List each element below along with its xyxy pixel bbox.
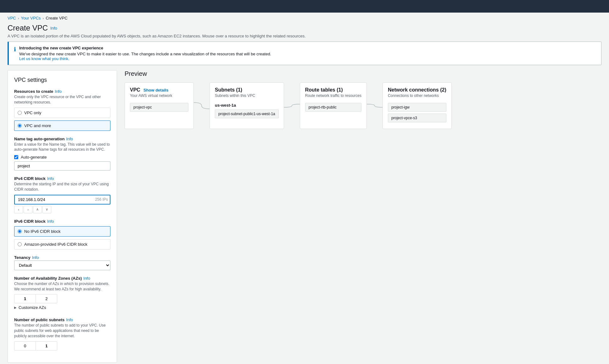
auto-generate-label: Auto-generate — [21, 155, 47, 160]
auto-generate-row: Auto-generate — [14, 155, 110, 160]
resources-desc: Create only the VPC resource or the VPC … — [14, 94, 110, 105]
name-tag-section: Name tag auto-generation Info Enter a va… — [14, 137, 110, 171]
network-card: Network connections (2) Connections to o… — [383, 82, 452, 129]
name-tag-input[interactable] — [14, 161, 110, 171]
info-banner: ℹ Introducing the new create VPC experie… — [8, 42, 601, 65]
ipv4-label: IPv4 CIDR block Info — [14, 176, 110, 181]
settings-panel-title: VPC settings — [14, 77, 110, 83]
name-tag-info-link[interactable]: Info — [66, 137, 73, 141]
breadcrumb-current: Create VPC — [46, 16, 67, 20]
main-layout: VPC settings Resources to create Info Cr… — [0, 70, 609, 364]
az-section-preview: us-west-1a project-subnet-public1-us-wes… — [215, 103, 279, 118]
subnet-btn-1[interactable]: 1 — [36, 342, 57, 350]
subnet-btn-0[interactable]: 0 — [14, 342, 36, 350]
customize-azs-label: Customize AZs — [19, 305, 46, 310]
vpc-card-title: VPC Show details — [130, 87, 188, 93]
breadcrumb-vpc[interactable]: VPC — [8, 16, 16, 20]
name-tag-label: Name tag auto-generation Info — [14, 137, 110, 141]
network-card-subtitle: Connections to other networks — [388, 93, 446, 98]
no-ipv6-label: No IPv6 CIDR block — [24, 229, 61, 234]
cidr-next-btn[interactable]: › — [24, 206, 32, 213]
vpc-only-option[interactable]: VPC only — [14, 108, 110, 118]
public-subnets-section: Number of public subnets Info The number… — [14, 317, 110, 350]
preview-title: Preview — [125, 70, 601, 77]
cidr-badge: 256 IPs — [95, 197, 108, 202]
ipv6-info-link[interactable]: Info — [47, 219, 54, 224]
az-btn-2[interactable]: 2 — [36, 294, 57, 303]
network-card-title: Network connections (2) — [388, 87, 446, 93]
az-desc: Choose the number of AZs in which to pro… — [14, 281, 110, 292]
network-resource-igw: project-igw — [388, 103, 446, 112]
tenancy-select[interactable]: Default — [14, 260, 110, 270]
public-subnets-info-link[interactable]: Info — [66, 317, 73, 322]
breadcrumb: VPC › Your VPCs › Create VPC — [0, 13, 609, 22]
breadcrumb-sep-2: › — [43, 16, 44, 20]
auto-generate-checkbox[interactable] — [14, 155, 18, 159]
tenancy-label: Tenancy Info — [14, 255, 110, 260]
route-card-title: Route tables (1) — [305, 87, 361, 93]
breadcrumb-sep-1: › — [18, 16, 19, 20]
public-subnets-desc: The number of public subnets to add to y… — [14, 323, 110, 339]
preview-diagram: VPC Show details Your AWS virtual networ… — [125, 82, 601, 129]
top-nav — [0, 0, 609, 13]
resources-info-link[interactable]: Info — [55, 89, 62, 94]
cidr-prev-btn[interactable]: ‹ — [14, 206, 23, 213]
amazon-ipv6-radio[interactable] — [18, 242, 22, 246]
no-ipv6-option[interactable]: No IPv6 CIDR block — [14, 226, 110, 237]
info-banner-content: Introducing the new create VPC experienc… — [19, 46, 271, 61]
resources-label: Resources to create Info — [14, 89, 110, 94]
vpc-settings-panel: VPC settings Resources to create Info Cr… — [8, 70, 117, 363]
az-btn-1[interactable]: 1 — [14, 294, 36, 303]
vpc-only-label: VPC only — [24, 110, 41, 115]
ipv4-cidr-section: IPv4 CIDR block Info Determine the start… — [14, 176, 110, 213]
vpc-more-option[interactable]: VPC and more — [14, 120, 110, 131]
banner-desc: We've designed the new create VPC to mak… — [19, 52, 271, 56]
banner-link[interactable]: Let us know what you think. — [19, 56, 70, 61]
vpc-resource-box: project-vpc — [130, 103, 188, 112]
cidr-up-btn[interactable]: ∧ — [33, 206, 42, 213]
az-buttons: 1 2 — [14, 294, 57, 303]
amazon-ipv6-label: Amazon-provided IPv6 CIDR block — [24, 242, 87, 247]
subnets-card-subtitle: Subnets within this VPC — [215, 93, 279, 98]
tenancy-info-link[interactable]: Info — [32, 255, 39, 260]
tenancy-section: Tenancy Info Default — [14, 255, 110, 270]
cidr-input-row: 256 IPs — [14, 195, 110, 204]
az-label: Number of Availability Zones (AZs) Info — [14, 276, 110, 281]
expand-icon: ▶ — [14, 306, 17, 309]
subnet-resource-box: project-subnet-public1-us-west-1a — [215, 109, 279, 118]
vpc-more-radio[interactable] — [18, 124, 22, 128]
info-icon: ℹ — [14, 46, 16, 61]
name-tag-desc: Enter a value for the Name tag. This val… — [14, 142, 110, 153]
resources-to-create-section: Resources to create Info Create only the… — [14, 89, 110, 131]
no-ipv6-radio[interactable] — [18, 229, 22, 233]
subnet-buttons: 0 1 — [14, 341, 57, 350]
ipv4-desc: Determine the starting IP and the size o… — [14, 182, 110, 192]
route-card: Route tables (1) Route network traffic t… — [300, 82, 367, 129]
route-resource-box: project-rtb-public — [305, 103, 361, 112]
subnets-card-title: Subnets (1) — [215, 87, 279, 93]
public-subnets-label: Number of public subnets Info — [14, 317, 110, 322]
az-info-link[interactable]: Info — [83, 276, 90, 281]
page-header: Create VPC Info A VPC is an isolated por… — [0, 22, 609, 42]
subnets-card: Subnets (1) Subnets within this VPC us-w… — [210, 82, 284, 129]
page-subtitle: A VPC is an isolated portion of the AWS … — [8, 34, 601, 38]
ipv4-info-link[interactable]: Info — [47, 176, 54, 181]
amazon-ipv6-option[interactable]: Amazon-provided IPv6 CIDR block — [14, 239, 110, 249]
vpc-card-subtitle: Your AWS virtual network — [130, 93, 188, 98]
show-details-link[interactable]: Show details — [143, 88, 168, 92]
banner-title: Introducing the new create VPC experienc… — [19, 46, 271, 50]
vpc-card: VPC Show details Your AWS virtual networ… — [125, 82, 194, 129]
ipv6-cidr-section: IPv6 CIDR block Info No IPv6 CIDR block … — [14, 219, 110, 249]
connector-2 — [284, 82, 300, 129]
ipv6-label: IPv6 CIDR block Info — [14, 219, 110, 224]
page-title: Create VPC Info — [8, 24, 601, 32]
vpc-more-label: VPC and more — [24, 123, 51, 128]
az-label-preview: us-west-1a — [215, 103, 279, 108]
vpc-only-radio[interactable] — [18, 111, 22, 115]
page-info-link[interactable]: Info — [50, 26, 57, 31]
customize-azs-row[interactable]: ▶ Customize AZs — [14, 303, 110, 312]
cidr-down-btn[interactable]: ∨ — [42, 206, 51, 213]
preview-panel: Preview VPC Show details Your AWS virtua… — [117, 70, 601, 363]
breadcrumb-your-vpcs[interactable]: Your VPCs — [21, 16, 41, 20]
connector-1 — [194, 82, 210, 129]
